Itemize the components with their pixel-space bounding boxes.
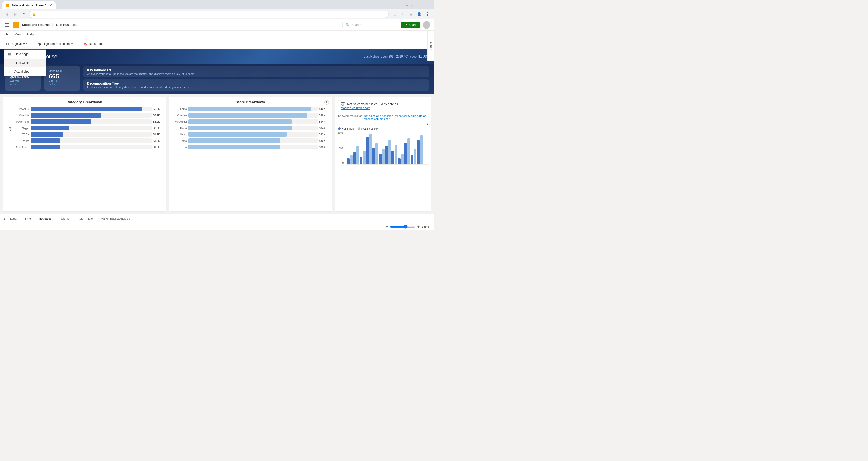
share-icon: ↗ <box>404 23 407 27</box>
kpi-units-sold-label: Units Sold <box>49 69 75 72</box>
dropdown-actual-size[interactable]: ⤢ Actual size <box>4 67 46 76</box>
actual-size-label: Actual size <box>14 70 29 73</box>
forward-button[interactable]: ▶ <box>12 11 19 18</box>
store-bar-row: Abbas $32K <box>172 132 329 137</box>
fit-width-icon: ↔ <box>7 61 12 65</box>
info-icon-right[interactable]: ℹ <box>338 122 428 126</box>
col-group <box>366 134 372 164</box>
actual-size-icon: ⤢ <box>7 69 12 74</box>
col-group <box>392 145 397 164</box>
tab-scroll-left[interactable]: ◀ <box>2 216 6 222</box>
close-window-button[interactable]: ✕ <box>409 4 414 8</box>
decomposition-tree-card[interactable]: Decomposition Tree Enables users to dril… <box>84 80 429 91</box>
col-group <box>353 146 359 164</box>
dropdown-fit-width[interactable]: ↔ Fit to width <box>4 59 46 67</box>
store-bar-row: VanArsdel $34K <box>172 119 329 124</box>
fit-page-icon: ⊡ <box>7 52 12 57</box>
app-name: Sales and returns <box>22 23 50 27</box>
lock-icon: 🔒 <box>32 12 36 16</box>
legend-net-sales-pm: Net Sales PM <box>358 127 378 130</box>
page-tab[interactable]: Legal <box>6 216 21 222</box>
showing-value: Net sales and net sales PM sorted by sal… <box>364 114 428 120</box>
kpi-units-sold-change: +49.1% <box>49 80 75 83</box>
store-chart: Store Breakdown ℹ Fama $40K Contoso $39K… <box>169 97 333 212</box>
page-view-dropdown-arrow: ▾ <box>26 42 28 45</box>
store-bar-row: Leo $30K <box>172 145 329 149</box>
store-bar-row: Aliqui $34K <box>172 126 329 130</box>
zoom-minus[interactable]: − <box>385 224 388 229</box>
y-axis-50k: $50K <box>339 147 344 149</box>
y-axis-100k: $100K <box>338 132 344 134</box>
contrast-icon: ◑ <box>38 42 41 46</box>
minimize-button[interactable]: — <box>400 4 404 8</box>
search-box[interactable]: 🔍 Search <box>342 22 398 28</box>
kpi-units-sold: Units Sold 665 +49.1% vs /m <box>44 66 80 91</box>
col-group <box>379 149 384 164</box>
cast-icon[interactable]: ⊡ <box>391 11 398 18</box>
decomposition-tree-desc: Enables users to drill into any dimensio… <box>87 86 425 89</box>
col-group <box>398 154 404 164</box>
fit-width-label: Fit to width <box>14 61 29 65</box>
reload-button[interactable]: ↻ <box>20 11 28 18</box>
category-chart-title: Category Breakdown <box>6 100 163 104</box>
user-avatar[interactable] <box>423 21 430 29</box>
category-bar-row: XBOX $1.7K <box>12 132 163 137</box>
decomposition-tree-title: Decomposition Tree <box>87 82 425 85</box>
workspace-name[interactable]: Non-Business <box>56 23 76 27</box>
zoom-slider[interactable] <box>390 224 415 228</box>
page-view-button[interactable]: ⊡ Page view ▾ <box>4 40 30 48</box>
store-bar-row: Barba $30K <box>172 139 329 143</box>
qa-link[interactable]: stacked column chart <box>341 106 370 110</box>
category-bar-row: XBOX ONE $1.5K <box>12 145 163 149</box>
refresh-info: Last Refresh: Jun 30th, 2019 / Chicago, … <box>364 55 429 58</box>
kpi-net-sales-change: +67.7% <box>10 80 36 83</box>
share-button[interactable]: ↗ Share <box>401 22 420 28</box>
kpi-units-sold-sub: vs /m <box>49 83 75 86</box>
workspace-separator: | <box>52 22 54 28</box>
page-tab[interactable]: Returns <box>56 216 73 222</box>
maximize-button[interactable]: □ <box>405 4 409 8</box>
profile-icon[interactable]: 👤 <box>416 11 423 18</box>
category-bar-row: Power BI $6.5K <box>12 107 163 111</box>
menu-dots-icon[interactable]: ⋮ <box>424 11 431 18</box>
category-bar-row: OneNote $3.7K <box>12 113 163 118</box>
address-bar[interactable]: 🔒 <box>29 11 389 18</box>
page-tab[interactable]: Intro <box>21 216 35 222</box>
bookmark-icon: 🔖 <box>83 42 87 46</box>
hamburger-icon[interactable] <box>4 21 11 29</box>
contrast-dropdown-arrow: ▾ <box>71 42 72 45</box>
zoom-level: 145% <box>422 225 431 228</box>
filters-panel[interactable]: Filters <box>427 31 434 61</box>
search-placeholder: Search <box>351 23 361 27</box>
right-panel: 💬 Net Sales vs net sales PM by date as s… <box>335 97 431 212</box>
store-chart-info-icon[interactable]: ℹ <box>324 100 329 104</box>
menu-file[interactable]: File <box>4 33 8 36</box>
close-tab-icon[interactable]: ✕ <box>50 3 52 7</box>
new-tab-button[interactable]: + <box>57 2 64 9</box>
fit-page-label: Fit to page <box>14 53 29 56</box>
store-bar-row: Contoso $39K <box>172 113 329 118</box>
extensions-icon[interactable]: ⊞ <box>407 11 415 18</box>
back-button[interactable]: ◀ <box>3 11 10 18</box>
filters-label: Filters <box>429 42 432 50</box>
menu-view[interactable]: View <box>14 33 21 36</box>
page-tab[interactable]: Net Sales <box>35 216 56 222</box>
high-contrast-button[interactable]: ◑ High-contrast colors ▾ <box>35 40 75 48</box>
star-icon[interactable]: ☆ <box>399 11 406 18</box>
page-view-icon: ⊡ <box>6 42 9 46</box>
key-influencers-card[interactable]: Key Influencers Analyzes your data, rank… <box>84 66 429 78</box>
dropdown-fit-page[interactable]: ⊡ Fit to page <box>4 50 46 59</box>
key-influencers-title: Key Influencers <box>87 68 425 72</box>
col-group <box>347 155 353 164</box>
browser-tab[interactable]: Sales and returns - Power BI ✕ <box>2 1 56 9</box>
pbi-logo <box>13 22 19 28</box>
page-tab[interactable]: Market Basket Analysis <box>97 216 134 222</box>
kpi-units-sold-value: 665 <box>49 73 75 80</box>
qa-box[interactable]: 💬 Net Sales vs net sales PM by date as s… <box>338 100 428 112</box>
zoom-plus[interactable]: + <box>417 224 420 229</box>
legend-net-sales: Net Sales <box>338 127 354 130</box>
bookmarks-button[interactable]: 🔖 Bookmarks <box>81 40 107 48</box>
page-tab[interactable]: Return Rate <box>73 216 97 222</box>
category-y-axis-label: Product <box>9 124 12 132</box>
menu-help[interactable]: Help <box>27 33 34 36</box>
